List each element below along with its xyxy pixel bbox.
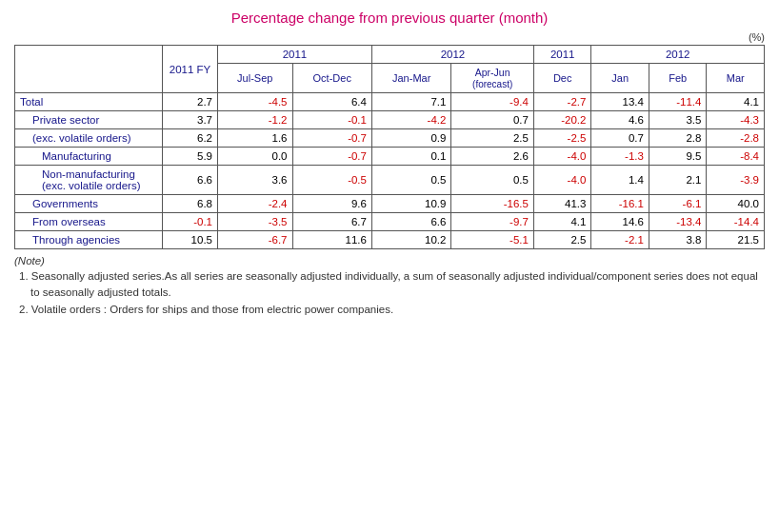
cell-value: 10.5 bbox=[163, 231, 218, 249]
cell-value: -0.1 bbox=[163, 213, 218, 231]
cell-value: 0.0 bbox=[218, 148, 293, 166]
cell-value: 6.2 bbox=[163, 129, 218, 148]
cell-value: 0.9 bbox=[371, 129, 450, 148]
note-item-2: 2. Volatile orders : Orders for ships an… bbox=[19, 302, 765, 318]
col-jul-sep: Jul-Sep bbox=[218, 64, 293, 93]
table-row: Through agencies10.5-6.711.610.2-5.12.5-… bbox=[15, 231, 765, 249]
cell-value: -3.5 bbox=[218, 213, 293, 231]
cell-value: -0.5 bbox=[292, 166, 371, 195]
cell-value: -13.4 bbox=[649, 213, 707, 231]
cell-value: 14.6 bbox=[591, 213, 649, 231]
cell-value: 2.5 bbox=[533, 231, 591, 249]
cell-value: -6.1 bbox=[649, 195, 707, 213]
cell-value: -4.0 bbox=[533, 166, 591, 195]
row-label: (exc. volatile orders) bbox=[15, 129, 163, 148]
row-label: Non-manufacturing (exc. volatile orders) bbox=[15, 166, 163, 195]
col-header-2012m: 2012 bbox=[591, 46, 765, 64]
cell-value: 3.7 bbox=[163, 111, 218, 129]
cell-value: -0.7 bbox=[292, 148, 371, 166]
cell-value: -4.0 bbox=[533, 148, 591, 166]
table-row: Governments6.8-2.49.610.9-16.541.3-16.1-… bbox=[15, 195, 765, 213]
cell-value: 1.6 bbox=[218, 129, 293, 148]
cell-value: -5.1 bbox=[451, 231, 534, 249]
cell-value: 9.6 bbox=[292, 195, 371, 213]
col-header-2011m: 2011 bbox=[533, 46, 591, 64]
cell-value: 40.0 bbox=[707, 195, 765, 213]
cell-value: -14.4 bbox=[707, 213, 765, 231]
cell-value: 4.1 bbox=[707, 93, 765, 111]
cell-value: -2.8 bbox=[707, 129, 765, 148]
page-title: Percentage change from previous quarter … bbox=[14, 10, 765, 26]
cell-value: -16.5 bbox=[451, 195, 534, 213]
cell-value: 11.6 bbox=[292, 231, 371, 249]
cell-value: -16.1 bbox=[591, 195, 649, 213]
cell-value: -9.7 bbox=[451, 213, 534, 231]
col-apr-jun: Apr-Jun(forecast) bbox=[451, 64, 534, 93]
cell-value: -9.4 bbox=[451, 93, 534, 111]
table-row: Manufacturing5.90.0-0.70.12.6-4.0-1.39.5… bbox=[15, 148, 765, 166]
cell-value: -4.2 bbox=[371, 111, 450, 129]
col-header-2012q: 2012 bbox=[371, 46, 533, 64]
row-label: From overseas bbox=[15, 213, 163, 231]
cell-value: 0.5 bbox=[371, 166, 450, 195]
cell-value: -20.2 bbox=[533, 111, 591, 129]
cell-value: 6.6 bbox=[163, 166, 218, 195]
col-header-fy: 2011 FY bbox=[163, 46, 218, 93]
note-item-1: 1. Seasonally adjusted series.As all ser… bbox=[19, 268, 765, 302]
col-header-2011: 2011 bbox=[218, 46, 372, 64]
cell-value: -4.3 bbox=[707, 111, 765, 129]
data-table: 2011 FY 2011 2012 2011 2012 Jul-Sep Oct-… bbox=[14, 45, 765, 249]
notes-section: (Note) 1. Seasonally adjusted series.As … bbox=[14, 255, 765, 318]
cell-value: 6.8 bbox=[163, 195, 218, 213]
cell-value: -1.2 bbox=[218, 111, 293, 129]
note-title: (Note) bbox=[14, 255, 765, 266]
table-row: Non-manufacturing (exc. volatile orders)… bbox=[15, 166, 765, 195]
cell-value: 2.5 bbox=[451, 129, 534, 148]
table-row: From overseas-0.1-3.56.76.6-9.74.114.6-1… bbox=[15, 213, 765, 231]
col-jan: Jan bbox=[591, 64, 649, 93]
cell-value: 10.9 bbox=[371, 195, 450, 213]
col-feb: Feb bbox=[649, 64, 707, 93]
row-label: Private sector bbox=[15, 111, 163, 129]
cell-value: 21.5 bbox=[707, 231, 765, 249]
cell-value: 9.5 bbox=[649, 148, 707, 166]
cell-value: -8.4 bbox=[707, 148, 765, 166]
cell-value: 0.1 bbox=[371, 148, 450, 166]
cell-value: 13.4 bbox=[591, 93, 649, 111]
row-label: Through agencies bbox=[15, 231, 163, 249]
col-jan-mar: Jan-Mar bbox=[371, 64, 450, 93]
cell-value: 0.7 bbox=[451, 111, 534, 129]
cell-value: -0.7 bbox=[292, 129, 371, 148]
cell-value: 2.6 bbox=[451, 148, 534, 166]
cell-value: -3.9 bbox=[707, 166, 765, 195]
cell-value: 0.7 bbox=[591, 129, 649, 148]
table-row: (exc. volatile orders)6.21.6-0.70.92.5-2… bbox=[15, 129, 765, 148]
cell-value: 6.6 bbox=[371, 213, 450, 231]
col-oct-dec: Oct-Dec bbox=[292, 64, 371, 93]
cell-value: 2.7 bbox=[163, 93, 218, 111]
cell-value: 3.8 bbox=[649, 231, 707, 249]
cell-value: 1.4 bbox=[591, 166, 649, 195]
cell-value: -2.7 bbox=[533, 93, 591, 111]
cell-value: 6.7 bbox=[292, 213, 371, 231]
table-row: Private sector3.7-1.2-0.1-4.20.7-20.24.6… bbox=[15, 111, 765, 129]
cell-value: 6.4 bbox=[292, 93, 371, 111]
cell-value: -6.7 bbox=[218, 231, 293, 249]
cell-value: -11.4 bbox=[649, 93, 707, 111]
row-label: Governments bbox=[15, 195, 163, 213]
percent-unit: (%) bbox=[14, 31, 765, 43]
cell-value: 7.1 bbox=[371, 93, 450, 111]
cell-value: 10.2 bbox=[371, 231, 450, 249]
cell-value: -2.4 bbox=[218, 195, 293, 213]
cell-value: 3.6 bbox=[218, 166, 293, 195]
cell-value: -0.1 bbox=[292, 111, 371, 129]
cell-value: -2.5 bbox=[533, 129, 591, 148]
row-label: Total bbox=[15, 93, 163, 111]
cell-value: -1.3 bbox=[591, 148, 649, 166]
cell-value: 3.5 bbox=[649, 111, 707, 129]
cell-value: 2.8 bbox=[649, 129, 707, 148]
col-dec: Dec bbox=[533, 64, 591, 93]
cell-value: 0.5 bbox=[451, 166, 534, 195]
cell-value: 4.1 bbox=[533, 213, 591, 231]
row-label: Manufacturing bbox=[15, 148, 163, 166]
